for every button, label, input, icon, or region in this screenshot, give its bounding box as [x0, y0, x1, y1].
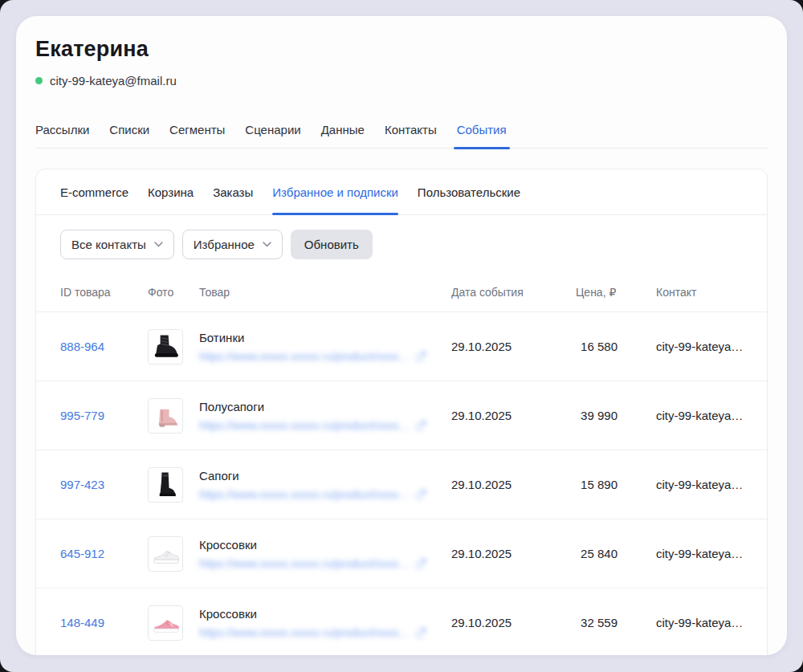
column-header-product: Товар — [199, 286, 451, 299]
tab-rassylki[interactable]: Рассылки — [35, 123, 89, 148]
event-type-tab-bar: E-commerce Корзина Заказы Избранное и по… — [36, 169, 767, 215]
external-link-icon — [416, 559, 426, 568]
status-dot-icon — [35, 77, 43, 84]
event-date: 29.10.2025 — [451, 478, 576, 491]
table-header-row: ID товара Фото Товар Дата события Цена, … — [36, 272, 767, 312]
subtab-zakazy[interactable]: Заказы — [213, 169, 253, 214]
contact-value: city-99-kateya… — [618, 616, 743, 629]
tab-kontakty[interactable]: Контакты — [385, 123, 437, 148]
table-row: 148-449 Кроссовки https://www.xxxxx.xxxx… — [36, 589, 767, 655]
column-header-date: Дата события — [451, 286, 576, 299]
product-photo — [148, 329, 183, 365]
price-value: 25 840 — [576, 547, 618, 560]
product-url-link-blurred[interactable]: https://www.xxxxx.xxxxx.ru/product/xxxx.… — [199, 557, 451, 570]
external-link-icon — [416, 628, 426, 637]
contact-value: city-99-kateya… — [618, 409, 743, 422]
tab-segmenty[interactable]: Сегменты — [169, 123, 225, 148]
tab-dannye[interactable]: Данные — [321, 123, 365, 148]
product-id-link[interactable]: 148-449 — [60, 616, 104, 629]
main-tab-bar: Рассылки Списки Сегменты Сценарии Данные… — [35, 123, 768, 149]
app-window: Екатерина city-99-kateya@fmail.ru Рассыл… — [0, 0, 803, 672]
black-tall-boot-photo-icon — [149, 469, 181, 501]
event-type-filter-select[interactable]: Избранное — [182, 230, 283, 259]
product-url-link-blurred[interactable]: https://www.xxxxx.xxxxx.ru/product/xxxx.… — [199, 488, 451, 501]
subtab-izbrannoe-i-podpiski[interactable]: Избранное и подписки — [272, 169, 398, 214]
product-name: Полусапоги — [199, 400, 451, 413]
column-header-id: ID товара — [60, 286, 148, 299]
page-title: Екатерина — [35, 37, 768, 62]
contact-email: city-99-kateya@fmail.ru — [50, 74, 177, 88]
pink-ankle-boot-photo-icon — [149, 400, 181, 432]
black-boot-photo-icon — [149, 331, 181, 363]
contacts-filter-value: Все контакты — [71, 238, 146, 251]
event-date: 29.10.2025 — [451, 616, 576, 629]
product-id-link[interactable]: 888-964 — [60, 340, 104, 353]
external-link-icon — [416, 490, 426, 499]
column-header-price: Цена, ₽ — [576, 286, 618, 299]
contact-value: city-99-kateya… — [618, 547, 743, 560]
event-type-filter-value: Избранное — [194, 238, 255, 251]
subtab-polzovatelskie[interactable]: Пользовательские — [418, 169, 520, 214]
product-photo — [148, 605, 183, 641]
product-id-link[interactable]: 997-423 — [60, 478, 104, 491]
product-url-link-blurred[interactable]: https://www.xxxxx.xxxxx.ru/product/xxxx.… — [199, 419, 451, 432]
chevron-down-icon — [154, 242, 163, 247]
product-photo — [148, 398, 183, 434]
event-date: 29.10.2025 — [451, 340, 576, 353]
column-header-contact: Контакт — [618, 286, 743, 299]
pink-sneaker-photo-icon — [149, 607, 181, 639]
product-name: Ботинки — [199, 331, 451, 344]
price-value: 39 990 — [576, 409, 618, 422]
contact-email-row: city-99-kateya@fmail.ru — [35, 74, 768, 88]
product-name: Кроссовки — [199, 607, 451, 621]
event-date: 29.10.2025 — [451, 409, 576, 422]
tab-sobytiya[interactable]: События — [457, 123, 507, 148]
external-link-icon — [416, 421, 426, 430]
table-row: 888-964 Ботинки https://www.xxxxx.xxxxx.… — [36, 312, 767, 381]
subtab-ecommerce[interactable]: E-commerce — [60, 169, 128, 214]
external-link-icon — [416, 352, 426, 361]
product-id-link[interactable]: 645-912 — [60, 547, 104, 560]
table-row: 997-423 Сапоги https://www.xxxxx.xxxxx.r… — [36, 450, 767, 519]
product-name: Кроссовки — [199, 538, 451, 552]
event-date: 29.10.2025 — [451, 547, 576, 560]
price-value: 16 580 — [576, 340, 618, 353]
contact-value: city-99-kateya… — [618, 340, 743, 353]
column-header-photo: Фото — [148, 286, 199, 299]
events-panel: E-commerce Корзина Заказы Избранное и по… — [35, 169, 768, 655]
filters-row: Все контакты Избранное Обновить — [36, 215, 767, 272]
table-row: 645-912 Кроссовки https://www.xxxxx.xxxx… — [36, 519, 767, 589]
refresh-button[interactable]: Обновить — [291, 230, 373, 259]
tab-spiski[interactable]: Списки — [109, 123, 149, 148]
subtab-korzina[interactable]: Корзина — [148, 169, 194, 214]
price-value: 15 890 — [576, 478, 618, 491]
card-header: Екатерина city-99-kateya@fmail.ru — [16, 16, 787, 88]
product-photo — [148, 536, 183, 572]
tab-scenarii[interactable]: Сценарии — [245, 123, 300, 148]
product-photo — [148, 467, 183, 503]
contacts-filter-select[interactable]: Все контакты — [60, 230, 174, 259]
price-value: 32 559 — [576, 616, 618, 629]
white-sneaker-photo-icon — [149, 538, 181, 570]
chevron-down-icon — [263, 242, 271, 247]
table-row: 995-779 Полусапоги https://www.xxxxx.xxx… — [36, 381, 767, 450]
product-name: Сапоги — [199, 469, 451, 483]
contact-profile-card: Екатерина city-99-kateya@fmail.ru Рассыл… — [16, 16, 787, 655]
product-id-link[interactable]: 995-779 — [60, 409, 104, 422]
contact-value: city-99-kateya… — [618, 478, 743, 491]
product-url-link-blurred[interactable]: https://www.xxxxx.xxxxx.ru/product/xxxx.… — [199, 350, 451, 363]
product-url-link-blurred[interactable]: https://www.xxxxx.xxxxx.ru/product/xxxx.… — [199, 626, 451, 639]
